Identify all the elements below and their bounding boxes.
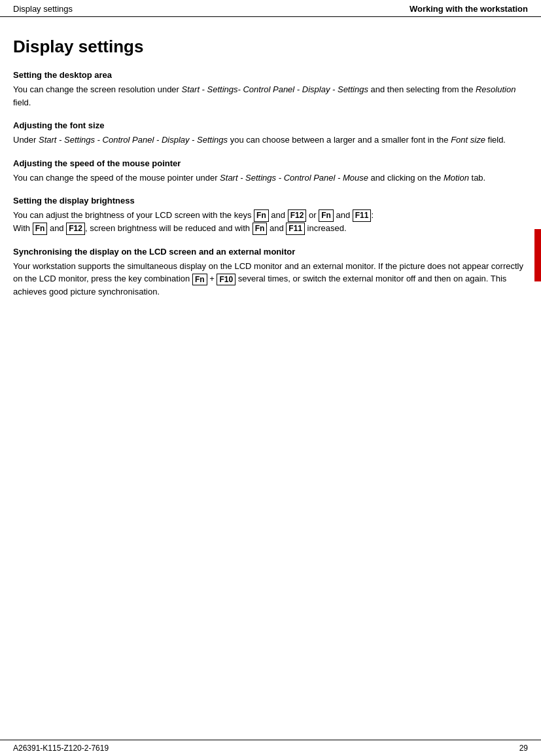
key-fn-1: Fn	[254, 209, 269, 222]
section-title-font: Adjusting the font size	[13, 120, 525, 130]
main-content: Display settings Setting the desktop are…	[0, 17, 541, 323]
path-italic-1: Start - Settings- Control Panel - Displa…	[182, 84, 368, 94]
key-fn-3: Fn	[33, 223, 48, 235]
key-fn-2: Fn	[319, 209, 334, 222]
key-f12-2: F12	[66, 223, 85, 235]
header-right: Working with the workstation	[410, 4, 528, 14]
brightness-line1: You can adjust the brightness of your LC…	[13, 210, 374, 220]
page-container: Display settings Working with the workst…	[0, 0, 541, 756]
section-body-font: Under Start - Settings - Control Panel -…	[13, 134, 525, 147]
section-body-brightness: You can adjust the brightness of your LC…	[13, 209, 525, 235]
key-f12-1: F12	[288, 209, 307, 222]
key-f11-2: F11	[286, 223, 305, 235]
key-fn-4: Fn	[253, 223, 268, 235]
section-desktop-area: Setting the desktop area You can change …	[13, 70, 525, 109]
key-fn-sync: Fn	[192, 274, 207, 286]
page-title: Display settings	[13, 37, 525, 57]
section-mouse-pointer: Adjusting the speed of the mouse pointer…	[13, 158, 525, 185]
font-size-italic: Font size	[451, 135, 485, 145]
path-italic-3: Start - Settings - Control Panel - Mouse	[220, 173, 368, 183]
section-title-sync: Synchronising the display on the LCD scr…	[13, 247, 525, 257]
key-f10-sync: F10	[217, 274, 236, 286]
section-body-mouse: You can change the speed of the mouse po…	[13, 171, 525, 185]
page-footer: A26391-K115-Z120-2-7619 29	[0, 740, 541, 756]
section-title-brightness: Setting the display brightness	[13, 196, 525, 206]
section-body-sync: Your workstation supports the simultaneo…	[13, 260, 525, 298]
section-synchronising: Synchronising the display on the LCD scr…	[13, 247, 525, 298]
footer-right: 29	[519, 744, 528, 753]
red-accent-bar	[534, 229, 541, 281]
resolution-italic: Resolution	[476, 84, 515, 94]
page-header: Display settings Working with the workst…	[0, 0, 541, 17]
motion-italic: Motion	[444, 173, 469, 183]
header-left: Display settings	[13, 4, 73, 14]
section-title-mouse: Adjusting the speed of the mouse pointer	[13, 158, 525, 168]
key-f11-1: F11	[353, 209, 372, 222]
section-brightness: Setting the display brightness You can a…	[13, 196, 525, 235]
footer-left: A26391-K115-Z120-2-7619	[13, 744, 109, 753]
path-italic-2: Start - Settings - Control Panel - Displ…	[39, 135, 228, 145]
brightness-line2: With Fn and F12, screen brightness will …	[13, 223, 347, 233]
section-title-desktop: Setting the desktop area	[13, 70, 525, 80]
section-body-desktop: You can change the screen resolution und…	[13, 83, 525, 109]
section-font-size: Adjusting the font size Under Start - Se…	[13, 120, 525, 147]
